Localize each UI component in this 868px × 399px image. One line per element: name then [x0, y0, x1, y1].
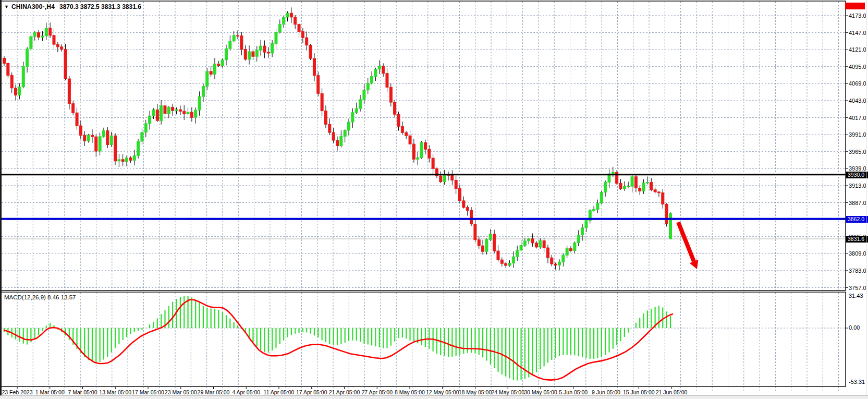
- price-axis-label: 4147.0: [849, 30, 867, 36]
- symbol-header: ▼CHINA300-,H43870.3 3872.5 3831.3 3831.6: [4, 3, 141, 10]
- time-axis-label: 21 Jun 05:00: [646, 389, 696, 395]
- price-axis-label: 4069.0: [849, 80, 867, 87]
- macd-axis-max: 31.43: [849, 293, 863, 299]
- support-level-badge: 3862.0: [846, 216, 868, 223]
- window-left-border: [0, 0, 2, 399]
- macd-indicator-label: MACD(12,26,9) 8.46 13.57: [4, 294, 76, 300]
- price-axis-label: 3757.0: [849, 285, 867, 291]
- window-bottom-strip: [0, 395, 868, 399]
- macd-axis-zero: 0.00: [849, 324, 860, 331]
- price-axis-label: 3913.0: [849, 183, 867, 189]
- resistance-level-badge: 3930.0: [846, 172, 868, 178]
- symbol-name: CHINA300-,H4: [11, 3, 55, 10]
- macd-axis-min: -53.31: [849, 379, 865, 385]
- price-axis-label: 4095.0: [849, 64, 867, 70]
- price-axis-label: 4017.0: [849, 115, 867, 121]
- ohlc-quote: 3870.3 3872.5 3831.3 3831.6: [59, 3, 141, 10]
- price-axis-label: 3991.0: [849, 131, 867, 138]
- price-axis-label: 4173.0: [849, 13, 867, 19]
- symbol-dropdown-icon[interactable]: ▼: [4, 4, 9, 9]
- price-axis-label: 3965.0: [849, 149, 867, 155]
- price-axis-label: 3783.0: [849, 268, 867, 274]
- price-axis-label: 3939.0: [849, 165, 867, 172]
- price-axis-label: 3887.0: [849, 200, 867, 206]
- mt4-chart-window: ▼CHINA300-,H43870.3 3872.5 3831.3 3831.6…: [0, 0, 868, 399]
- price-chart-canvas[interactable]: [0, 0, 868, 399]
- window-right-border: [866, 0, 866, 399]
- annotation-red-box: [845, 3, 865, 9]
- price-axis-label: 4043.0: [849, 98, 867, 104]
- last-price-badge: 3831.6: [846, 236, 868, 243]
- price-axis-label: 3809.0: [849, 250, 867, 257]
- price-axis-label: 4121.0: [849, 46, 867, 53]
